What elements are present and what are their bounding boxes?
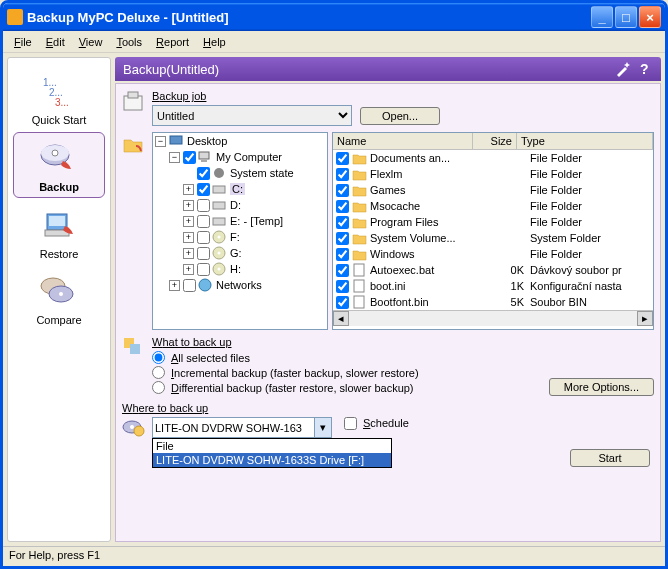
col-type[interactable]: Type — [517, 133, 653, 149]
drive-icon — [212, 182, 228, 196]
row-check[interactable] — [336, 232, 349, 245]
job-select[interactable]: Untitled — [152, 105, 352, 126]
tree-label: C: — [230, 183, 245, 195]
cell-type: File Folder — [530, 200, 653, 212]
menu-report[interactable]: Report — [149, 34, 196, 50]
sidebar-label: Restore — [15, 248, 103, 260]
tree-check[interactable] — [197, 247, 210, 260]
row-check[interactable] — [336, 168, 349, 181]
list-row[interactable]: FlexlmFile Folder — [333, 166, 653, 182]
cell-name: Windows — [370, 248, 486, 260]
radio-differential[interactable] — [152, 381, 165, 394]
radio-all[interactable] — [152, 351, 165, 364]
list-row[interactable]: System Volume...System Folder — [333, 230, 653, 246]
cd-icon — [212, 262, 228, 276]
menu-edit[interactable]: Edit — [39, 34, 72, 50]
tree-check[interactable] — [197, 263, 210, 276]
svg-text:?: ? — [640, 61, 649, 77]
sidebar-label: Quick Start — [15, 114, 103, 126]
compare-icon — [37, 272, 81, 310]
svg-point-25 — [218, 252, 221, 255]
backup-icon — [37, 139, 81, 177]
menu-tools[interactable]: Tools — [109, 34, 149, 50]
maximize-button[interactable]: □ — [615, 6, 637, 28]
list-header: Name Size Type — [333, 133, 653, 150]
dropdown-item[interactable]: File — [153, 439, 391, 453]
svg-rect-21 — [213, 218, 225, 225]
more-options-button[interactable]: More Options... — [549, 378, 654, 396]
row-check[interactable] — [336, 264, 349, 277]
expander[interactable]: + — [183, 184, 194, 195]
schedule-checkbox[interactable] — [344, 417, 357, 430]
horizontal-scrollbar[interactable]: ◂ ▸ — [333, 310, 653, 326]
list-row[interactable]: Bootfont.bin5KSoubor BIN — [333, 294, 653, 310]
wand-icon[interactable] — [615, 61, 631, 77]
list-row[interactable]: boot.ini1KKonfigurační nasta — [333, 278, 653, 294]
file-list[interactable]: Name Size Type Documents an...File Folde… — [332, 132, 654, 330]
gear-icon — [212, 166, 228, 180]
tree-check[interactable] — [197, 167, 210, 180]
expander[interactable]: + — [183, 232, 194, 243]
list-row[interactable]: MsocacheFile Folder — [333, 198, 653, 214]
expander[interactable]: − — [155, 136, 166, 147]
list-row[interactable]: Program FilesFile Folder — [333, 214, 653, 230]
cell-type: Dávkový soubor pr — [530, 264, 653, 276]
tree-check[interactable] — [197, 231, 210, 244]
destination-combo[interactable]: ▾ File LITE-ON DVDRW SOHW-1633S Drive [F… — [152, 417, 332, 438]
list-row[interactable]: Documents an...File Folder — [333, 150, 653, 166]
row-check[interactable] — [336, 280, 349, 293]
combo-dropdown-button[interactable]: ▾ — [314, 418, 331, 437]
sidebar-item-quickstart[interactable]: 1...2...3... Quick Start — [13, 66, 105, 130]
tree-label: H: — [230, 263, 241, 275]
dropdown-item[interactable]: LITE-ON DVDRW SOHW-1633S Drive [F:] — [153, 453, 391, 467]
cell-type: Konfigurační nasta — [530, 280, 653, 292]
sidebar-item-backup[interactable]: Backup — [13, 132, 105, 198]
destination-dropdown[interactable]: File LITE-ON DVDRW SOHW-1633S Drive [F:] — [152, 438, 392, 468]
row-check[interactable] — [336, 248, 349, 261]
help-icon[interactable]: ? — [637, 61, 653, 77]
expander[interactable]: + — [183, 248, 194, 259]
open-button[interactable]: Open... — [360, 107, 440, 125]
row-check[interactable] — [336, 216, 349, 229]
list-row[interactable]: Autoexec.bat0KDávkový soubor pr — [333, 262, 653, 278]
list-row[interactable]: WindowsFile Folder — [333, 246, 653, 262]
tree-label: D: — [230, 199, 241, 211]
tree-check[interactable] — [197, 215, 210, 228]
expander[interactable]: + — [183, 216, 194, 227]
svg-point-27 — [218, 268, 221, 271]
scroll-right[interactable]: ▸ — [637, 311, 653, 326]
cell-size: 5K — [486, 296, 530, 308]
panel-title: Backup(Untitled) — [123, 62, 609, 77]
row-check[interactable] — [336, 184, 349, 197]
menu-view[interactable]: View — [72, 34, 110, 50]
close-button[interactable]: × — [639, 6, 661, 28]
tree-check[interactable] — [197, 183, 210, 196]
sidebar-item-compare[interactable]: Compare — [13, 266, 105, 330]
desktop-icon — [169, 134, 185, 148]
start-button[interactable]: Start — [570, 449, 650, 467]
radio-incremental[interactable] — [152, 366, 165, 379]
row-check[interactable] — [336, 200, 349, 213]
tree-check[interactable] — [183, 279, 196, 292]
tree-check[interactable] — [197, 199, 210, 212]
tree-label: E: - [Temp] — [230, 215, 283, 227]
list-row[interactable]: GamesFile Folder — [333, 182, 653, 198]
scroll-left[interactable]: ◂ — [333, 311, 349, 326]
expander[interactable]: + — [169, 280, 180, 291]
menu-help[interactable]: Help — [196, 34, 233, 50]
expander[interactable]: + — [183, 264, 194, 275]
tree-check[interactable] — [183, 151, 196, 164]
destination-input[interactable] — [152, 417, 332, 438]
row-check[interactable] — [336, 152, 349, 165]
tree-panel[interactable]: −Desktop −My Computer System state +C: +… — [152, 132, 328, 330]
tree-label: My Computer — [216, 151, 282, 163]
sidebar-item-restore[interactable]: Restore — [13, 200, 105, 264]
minimize-button[interactable]: _ — [591, 6, 613, 28]
expander[interactable]: − — [169, 152, 180, 163]
row-check[interactable] — [336, 296, 349, 309]
menu-file[interactable]: File — [7, 34, 39, 50]
col-size[interactable]: Size — [473, 133, 517, 149]
sidebar-label: Backup — [16, 181, 102, 193]
expander[interactable]: + — [183, 200, 194, 211]
col-name[interactable]: Name — [333, 133, 473, 149]
